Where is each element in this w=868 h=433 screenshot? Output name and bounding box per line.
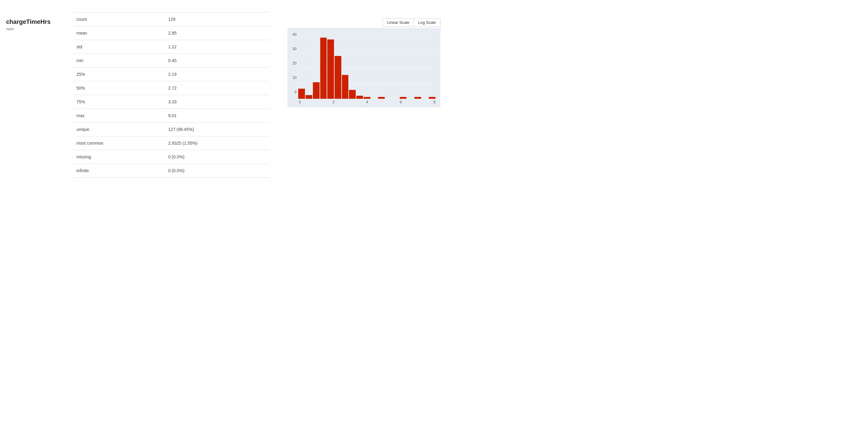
grid-line-30: [298, 53, 436, 53]
chart-inner: 0 10 20 30 40: [292, 33, 436, 104]
x-label-8: 8: [433, 100, 436, 104]
y-axis-labels: 0 10 20 30 40: [292, 33, 297, 94]
table-row: min 0.45: [73, 54, 269, 67]
stats-table: count 129 mean 2.85 std 1.12 min 0.45 25…: [73, 12, 269, 178]
stat-key: 50%: [73, 86, 168, 91]
histogram-chart: 0 10 20 30 40: [287, 28, 440, 107]
stat-value: 2.85: [168, 31, 177, 35]
stat-value: 127 (98.45%): [168, 127, 194, 132]
x-label-2: 2: [333, 100, 335, 104]
stat-key: mean: [73, 31, 168, 35]
stat-value: 129: [168, 17, 175, 22]
bar: [378, 97, 385, 99]
stat-key: most common: [73, 141, 168, 146]
stat-value: 2.19: [168, 72, 177, 77]
stat-value: 0 (0.0%): [168, 154, 184, 159]
table-row: count 129: [73, 12, 269, 26]
table-row: most common 2.9325 (1.55%): [73, 136, 269, 150]
table-row: std 1.12: [73, 40, 269, 54]
linear-scale-button[interactable]: Linear Scale: [383, 18, 413, 27]
y-axis: 0 10 20 30 40: [292, 33, 297, 104]
stat-key: missing: [73, 154, 168, 159]
table-row: 25% 2.19: [73, 67, 269, 81]
bar: [429, 97, 436, 99]
stat-key: unique: [73, 127, 168, 132]
x-label-6: 6: [400, 100, 402, 104]
stat-value: 3.33: [168, 99, 177, 104]
field-name: chargeTimeHrs: [6, 18, 55, 25]
x-label-4: 4: [366, 100, 368, 104]
y-label-30: 30: [292, 47, 297, 51]
stat-key: count: [73, 17, 168, 22]
y-label-20: 20: [292, 61, 297, 65]
table-row: 50% 2.72: [73, 81, 269, 95]
y-label-0: 0: [294, 90, 297, 94]
grid-line-20: [298, 68, 436, 68]
stat-key: max: [73, 113, 168, 118]
bars-and-x: 0 2 4 6 8: [298, 38, 436, 104]
chart-section: Linear Scale Log Scale 0 10 20 30 40: [287, 18, 440, 107]
table-row: 75% 3.33: [73, 95, 269, 109]
stat-value: 2.72: [168, 86, 177, 91]
table-row: mean 2.85: [73, 26, 269, 40]
x-axis: 0 2 4 6 8: [298, 100, 436, 104]
x-label-0: 0: [299, 100, 301, 104]
bar: [364, 97, 370, 99]
stat-key: min: [73, 58, 168, 63]
table-row: unique 127 (98.45%): [73, 122, 269, 136]
bar: [320, 38, 327, 99]
stat-value: 2.9325 (1.55%): [168, 141, 197, 146]
y-label-10: 10: [292, 76, 297, 80]
stat-value: 0.45: [168, 58, 177, 63]
bar: [306, 95, 312, 99]
bar: [313, 82, 320, 99]
bar: [400, 97, 406, 99]
table-row: infinite 0 (0.0%): [73, 164, 269, 178]
field-type: num: [6, 27, 55, 31]
log-scale-button[interactable]: Log Scale: [413, 18, 440, 27]
bar: [349, 90, 356, 99]
stat-key: 25%: [73, 72, 168, 77]
stat-value: 0 (0.0%): [168, 168, 184, 173]
bars-area: [298, 38, 436, 99]
stat-value: 9.01: [168, 113, 177, 118]
bar: [342, 75, 349, 99]
stat-value: 1.12: [168, 44, 177, 49]
grid-line-40: [298, 38, 436, 38]
y-label-40: 40: [292, 33, 297, 36]
stat-key: 75%: [73, 99, 168, 104]
table-row: max 9.01: [73, 109, 269, 122]
bar: [298, 89, 305, 99]
stat-key: infinite: [73, 168, 168, 173]
stat-key: std: [73, 44, 168, 49]
bar: [327, 39, 334, 99]
bar: [356, 96, 363, 99]
bar: [335, 56, 341, 99]
bar: [414, 97, 421, 99]
chart-controls: Linear Scale Log Scale: [287, 18, 440, 27]
field-label: chargeTimeHrs num: [6, 12, 55, 31]
table-row: missing 0 (0.0%): [73, 150, 269, 164]
page-container: chargeTimeHrs num count 129 mean 2.85 st…: [0, 0, 868, 190]
